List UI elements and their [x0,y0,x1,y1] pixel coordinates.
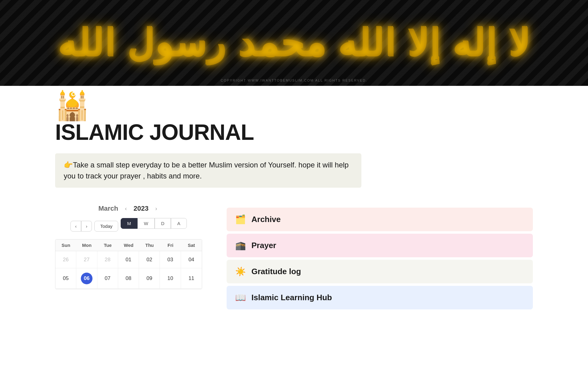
table-row[interactable]: 01 [118,251,139,268]
subtitle-emoji: 👉 [64,161,73,169]
table-row[interactable]: 11 [181,268,202,289]
today-date[interactable]: 06 [81,273,92,284]
table-row[interactable]: 03 [160,251,181,268]
archive-icon: 🗂️ [235,214,246,224]
table-row[interactable]: 28 [97,251,118,268]
links-section: 🗂️ Archive 🕋 Prayer ☀️ Gratitude log 📖 I… [227,205,533,312]
learning-label: Islamic Learning Hub [251,293,332,302]
table-row[interactable]: 10 [160,268,181,289]
calendar-year: 2023 [134,205,149,213]
day-header-tue: Tue [97,240,118,251]
calendar-week-2: 05 06 07 08 09 10 11 [55,268,202,289]
calendar-next-btn[interactable]: › [81,221,92,232]
calendar-section: March ‹ 2023 › ‹ › Today M W D A [55,205,202,289]
view-week-btn[interactable]: W [138,218,155,229]
table-row[interactable]: 02 [139,251,160,268]
learning-icon: 📖 [235,293,246,303]
subtitle-text: Take a small step everyday to be a bette… [64,161,349,180]
table-row[interactable]: 05 [55,268,76,289]
mosque-emoji: 🕌 [0,86,588,120]
gratitude-icon: ☀️ [235,266,246,277]
calendar-prev-btn[interactable]: ‹ [70,221,81,232]
day-header-mon: Mon [76,240,97,251]
calendar-controls: ‹ › Today M W D A [55,218,202,234]
table-row[interactable]: 27 [76,251,97,268]
view-month-btn[interactable]: M [121,218,138,229]
day-header-sun: Sun [55,240,76,251]
table-row[interactable]: 26 [55,251,76,268]
table-row[interactable]: 06 [76,268,97,289]
calendar-today-btn[interactable]: Today [94,221,118,232]
day-header-fri: Fri [160,240,181,251]
gratitude-label: Gratitude log [251,267,301,276]
view-day-btn[interactable]: D [155,218,171,229]
prayer-icon: 🕋 [235,240,246,251]
calendar-month: March [98,205,118,213]
arabic-calligraphy: لا إله إلا الله محمد رسول الله [58,22,530,64]
calendar-view-buttons: M W D A [121,218,187,229]
prayer-label: Prayer [251,241,276,250]
calendar-day-headers: Sun Mon Tue Wed Thu Fri Sat [55,240,202,251]
calendar-next-year-btn[interactable]: › [153,205,159,213]
day-header-sat: Sat [181,240,202,251]
copyright-text: COPYRIGHT WWW.IWANTTOBEMUSLIM.COM ALL RI… [221,79,368,82]
calendar-prev-year-btn[interactable]: ‹ [123,205,129,213]
prayer-link[interactable]: 🕋 Prayer [227,234,533,257]
header-banner: لا إله إلا الله محمد رسول الله COPYRIGHT… [0,0,588,86]
table-row[interactable]: 04 [181,251,202,268]
subtitle-box: 👉Take a small step everyday to be a bett… [55,153,361,188]
table-row[interactable]: 07 [97,268,118,289]
gratitude-link[interactable]: ☀️ Gratitude log [227,260,533,283]
page-title: ISLAMIC JOURNAL [55,120,533,145]
calendar-week-1: 26 27 28 01 02 03 04 [55,251,202,268]
archive-link[interactable]: 🗂️ Archive [227,208,533,231]
learning-link[interactable]: 📖 Islamic Learning Hub [227,286,533,309]
calendar-prev-next: ‹ › [70,221,92,232]
view-agenda-btn[interactable]: A [171,218,187,229]
archive-label: Archive [251,215,281,224]
calendar-header: March ‹ 2023 › [55,205,202,213]
calendar-grid: Sun Mon Tue Wed Thu Fri Sat 26 27 28 01 … [55,239,202,289]
main-content: ISLAMIC JOURNAL 👉Take a small step every… [0,120,588,330]
day-header-wed: Wed [118,240,139,251]
two-column-layout: March ‹ 2023 › ‹ › Today M W D A [55,205,533,312]
table-row[interactable]: 08 [118,268,139,289]
table-row[interactable]: 09 [139,268,160,289]
day-header-thu: Thu [139,240,160,251]
